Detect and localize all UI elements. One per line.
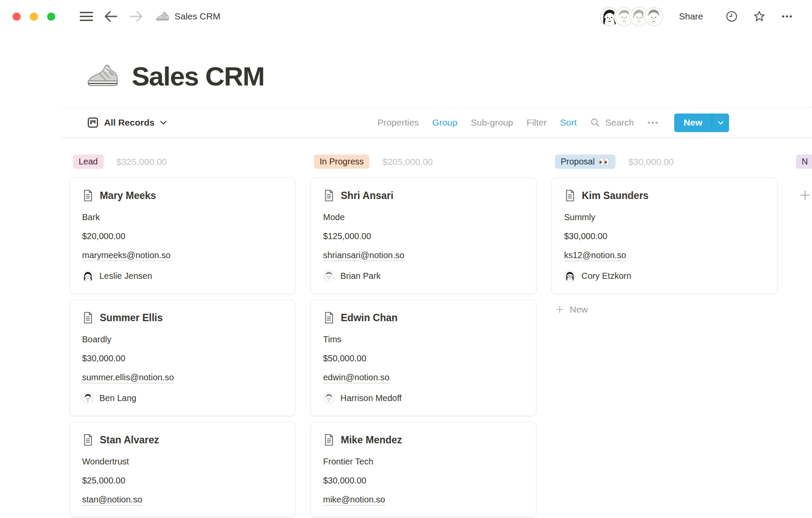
new-dropdown-button[interactable] bbox=[712, 114, 729, 132]
column-in-progress: In Progress $205,000.00 Shri Ansari Mode… bbox=[311, 155, 536, 518]
window-topbar: Sales CRM Share bbox=[0, 0, 812, 33]
new-chevron-icon bbox=[717, 121, 724, 125]
card-company: Mode bbox=[323, 212, 524, 223]
search-label: Search bbox=[605, 117, 634, 128]
column-lead: Lead $325,000.00 Mary Meeks Bark $20,000… bbox=[70, 155, 295, 518]
owner-avatar bbox=[564, 270, 576, 282]
card-title: Summer Ellis bbox=[100, 311, 163, 324]
card-amount: $25,000.00 bbox=[82, 475, 283, 486]
kanban-board: Lead $325,000.00 Mary Meeks Bark $20,000… bbox=[0, 155, 812, 518]
column-sum: $205,000.00 bbox=[382, 157, 433, 167]
card-email-link[interactable]: shriansari@notion.so bbox=[323, 250, 404, 261]
doc-icon bbox=[82, 433, 94, 446]
star-icon[interactable] bbox=[753, 10, 766, 23]
minimize-window-button[interactable] bbox=[30, 13, 38, 21]
owner-name: Cory Etzkorn bbox=[581, 269, 631, 282]
owner-name: Harrison Medoff bbox=[340, 392, 402, 404]
page-title[interactable]: Sales CRM bbox=[132, 61, 264, 92]
card-title: Mary Meeks bbox=[100, 189, 156, 202]
card-amount: $30,000.00 bbox=[564, 231, 765, 242]
back-icon[interactable] bbox=[104, 10, 118, 23]
zoom-window-button[interactable] bbox=[47, 13, 55, 21]
owner-name: Ben Lang bbox=[99, 392, 136, 404]
card-company: Boardly bbox=[82, 334, 283, 345]
column-partial-negotiation: N bbox=[793, 155, 812, 203]
card-stan-alvarez[interactable]: Stan Alvarez Wondertrust $25,000.00 stan… bbox=[70, 422, 295, 517]
view-toolbar: All Records Properties Group Sub-group F… bbox=[61, 107, 812, 138]
card-amount: $30,000.00 bbox=[323, 475, 524, 486]
card-amount: $50,000.00 bbox=[323, 353, 524, 364]
sidebar-menu-icon[interactable] bbox=[79, 11, 93, 22]
column-sum: $325,000.00 bbox=[117, 157, 167, 167]
card-amount: $30,000.00 bbox=[82, 353, 283, 364]
breadcrumb: Sales CRM bbox=[155, 9, 220, 23]
card-title: Kim Saunders bbox=[582, 189, 649, 202]
view-tab-all-records[interactable]: All Records bbox=[87, 117, 167, 129]
card-company: Bark bbox=[82, 212, 283, 223]
status-label: Proposal bbox=[561, 157, 595, 167]
search-button[interactable]: Search bbox=[590, 117, 634, 128]
card-email-link[interactable]: edwin@notion.so bbox=[323, 373, 390, 383]
new-button[interactable]: New bbox=[674, 114, 712, 132]
group-button[interactable]: Group bbox=[432, 117, 457, 128]
forward-icon[interactable] bbox=[129, 10, 143, 23]
view-controls: Properties Group Sub-group Filter Sort S… bbox=[377, 114, 729, 132]
doc-icon bbox=[323, 433, 335, 446]
owner-avatar bbox=[82, 392, 94, 404]
status-badge-partial[interactable]: N bbox=[796, 155, 812, 169]
status-badge-proposal[interactable]: Proposal bbox=[555, 155, 615, 169]
chevron-down-icon bbox=[160, 120, 167, 125]
doc-icon bbox=[323, 311, 335, 324]
card-mike-mendez[interactable]: Mike Mendez Frontier Tech $30,000.00 mik… bbox=[311, 422, 536, 517]
card-title: Shri Ansari bbox=[341, 189, 393, 202]
card-email-link[interactable]: marymeeks@notion.so bbox=[82, 250, 171, 261]
card-company: Frontier Tech bbox=[323, 456, 524, 467]
owner-avatar bbox=[82, 270, 94, 282]
card-kim-saunders[interactable]: Kim Saunders Summly $30,000.00 ks12@noti… bbox=[552, 177, 777, 294]
eyes-emoji bbox=[598, 158, 610, 166]
card-company: Wondertrust bbox=[82, 456, 283, 467]
card-email-link[interactable]: ks12@notion.so bbox=[564, 250, 626, 261]
card-summer-ellis[interactable]: Summer Ellis Boardly $30,000.00 summer.e… bbox=[70, 300, 295, 416]
card-email-link[interactable]: stan@notion.so bbox=[82, 495, 142, 505]
board-view-icon bbox=[87, 117, 99, 129]
card-edwin-chan[interactable]: Edwin Chan Tims $50,000.00 edwin@notion.… bbox=[311, 300, 536, 416]
properties-button[interactable]: Properties bbox=[377, 117, 419, 128]
sort-button[interactable]: Sort bbox=[560, 117, 577, 128]
sneaker-icon bbox=[155, 9, 169, 23]
share-button[interactable]: Share bbox=[679, 11, 703, 22]
doc-icon bbox=[564, 189, 576, 202]
status-badge-lead[interactable]: Lead bbox=[73, 155, 104, 169]
owner-name: Leslie Jensen bbox=[99, 269, 152, 282]
doc-icon bbox=[82, 189, 94, 202]
filter-button[interactable]: Filter bbox=[527, 117, 547, 128]
add-card-new-button[interactable]: New bbox=[555, 304, 588, 315]
sneaker-page-icon[interactable] bbox=[86, 60, 119, 92]
status-badge-in-progress[interactable]: In Progress bbox=[314, 155, 369, 169]
new-split-button: New bbox=[674, 114, 729, 132]
notion-window: Sales CRM Share Sales CRM All Reco bbox=[0, 0, 812, 518]
clock-icon[interactable] bbox=[725, 10, 738, 23]
add-card-plus-icon[interactable] bbox=[799, 189, 812, 203]
more-options-icon[interactable] bbox=[780, 10, 793, 23]
collaborator-avatars bbox=[600, 7, 663, 26]
new-card-label: New bbox=[570, 304, 588, 315]
view-more-icon[interactable]: ••• bbox=[647, 118, 659, 128]
collaborator-avatar[interactable] bbox=[644, 7, 663, 26]
card-shri-ansari[interactable]: Shri Ansari Mode $125,000.00 shriansari@… bbox=[311, 177, 536, 294]
owner-name: Brian Park bbox=[340, 269, 381, 282]
column-proposal: Proposal $30,000.00 Kim Saunders Summly … bbox=[552, 155, 777, 315]
owner-avatar bbox=[323, 270, 335, 282]
card-title: Mike Mendez bbox=[341, 433, 402, 446]
subgroup-button[interactable]: Sub-group bbox=[471, 117, 513, 128]
view-name: All Records bbox=[104, 117, 155, 128]
close-window-button[interactable] bbox=[13, 13, 21, 21]
card-email-link[interactable]: mike@notion.so bbox=[323, 495, 385, 505]
doc-icon bbox=[323, 189, 335, 202]
card-title: Stan Alvarez bbox=[100, 433, 159, 446]
card-title: Edwin Chan bbox=[341, 311, 398, 324]
card-email-link[interactable]: summer.ellis@notion.so bbox=[82, 373, 174, 383]
card-company: Tims bbox=[323, 334, 524, 345]
window-controls bbox=[13, 13, 55, 21]
card-mary-meeks[interactable]: Mary Meeks Bark $20,000.00 marymeeks@not… bbox=[70, 177, 295, 294]
